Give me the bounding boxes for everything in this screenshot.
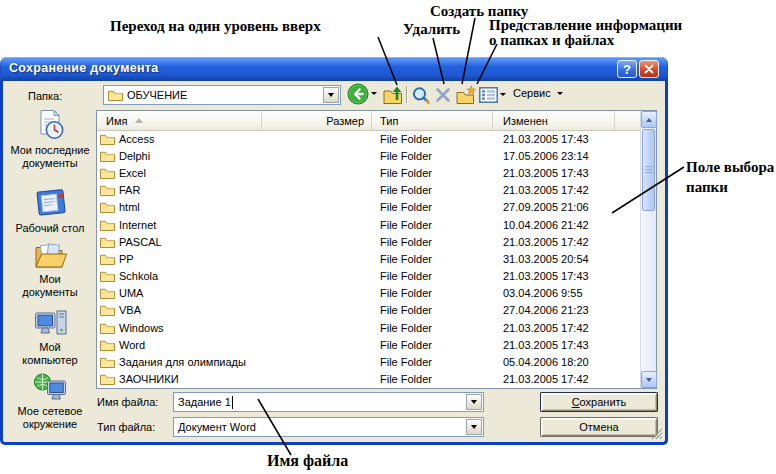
back-dropdown-button[interactable] [371, 92, 377, 95]
filetype-dropdown-button[interactable] [466, 419, 482, 435]
file-list-row[interactable]: VBA File Folder 27.04.2006 21:23 [97, 302, 640, 319]
annotation-delete: Удалить [403, 22, 460, 37]
help-button[interactable]: ? [617, 60, 637, 78]
folder-icon [100, 184, 115, 196]
file-name: Internet [119, 219, 156, 231]
folder-icon [100, 253, 115, 265]
search-button[interactable] [410, 85, 432, 105]
column-header-type[interactable]: Тип [372, 111, 493, 130]
file-name: ЗАОЧНИКИ [119, 373, 179, 385]
views-dropdown-button[interactable] [500, 93, 506, 96]
thumb-grip [645, 166, 653, 175]
file-type: File Folder [372, 322, 493, 334]
folder-icon [100, 339, 115, 351]
filename-dropdown-button[interactable] [466, 394, 482, 410]
close-button[interactable] [639, 60, 659, 78]
text-caret [232, 396, 233, 409]
cancel-button-label: Отмена [579, 421, 618, 433]
file-list-row[interactable]: Задания для олимпиады File Folder 05.04.… [97, 353, 640, 370]
toolbar-separator [406, 86, 407, 103]
file-name: UMA [119, 287, 143, 299]
folder-icon [100, 322, 115, 334]
column-header-modified[interactable]: Изменен [493, 111, 615, 130]
file-list-row[interactable]: Delphi File Folder 17.05.2006 23:14 [97, 147, 640, 164]
file-list-row[interactable]: PP File Folder 31.03.2005 20:54 [97, 250, 640, 267]
file-list-row[interactable]: html File Folder 27.09.2005 21:06 [97, 199, 640, 216]
arrow-up-icon [646, 118, 652, 122]
file-type: File Folder [372, 201, 493, 213]
file-modified: 17.05.2006 23:14 [493, 150, 615, 162]
file-name: html [119, 201, 140, 213]
file-list-row[interactable]: UMA File Folder 03.04.2006 9:55 [97, 285, 640, 302]
filename-input[interactable]: Задание 1 [173, 392, 484, 412]
file-list-row[interactable]: Internet File Folder 10.04.2006 21:42 [97, 216, 640, 233]
file-type: File Folder [372, 270, 493, 282]
filename-value: Задание 1 [178, 396, 231, 408]
sidebar-item-network[interactable]: Мое сетевое окружение [8, 369, 92, 432]
sidebar-item-my-computer[interactable]: Мой компьютер [8, 305, 92, 368]
delete-icon [434, 86, 452, 104]
sidebar-item-my-documents[interactable]: Мои документы [8, 237, 92, 300]
file-modified: 21.03.2005 17:43 [493, 270, 615, 282]
save-button[interactable]: Сохранить [540, 392, 658, 412]
folder-icon [100, 133, 115, 145]
up-one-level-button[interactable] [382, 85, 404, 105]
scroll-up-button[interactable] [641, 111, 657, 128]
file-type: File Folder [372, 339, 493, 351]
filetype-select[interactable]: Документ Word [173, 417, 484, 437]
file-name-cell: Delphi [97, 150, 262, 162]
file-list-row[interactable]: Excel File Folder 21.03.2005 17:43 [97, 164, 640, 181]
dialog-titlebar[interactable]: Сохранение документа ? [0, 57, 668, 81]
back-button[interactable] [347, 83, 369, 105]
folder-combo[interactable]: ОБУЧЕНИЕ [103, 85, 341, 105]
folder-icon [100, 150, 115, 162]
file-type: File Folder [372, 133, 493, 145]
file-list-row[interactable]: FAR File Folder 21.03.2005 17:42 [97, 182, 640, 199]
file-name: Задания для олимпиады [119, 356, 246, 368]
file-list-row[interactable]: ЗАОЧНИКИ File Folder 21.03.2005 17:42 [97, 371, 640, 388]
scrollbar-thumb[interactable] [642, 129, 655, 211]
sort-ascending-icon [135, 118, 143, 123]
file-name: PP [119, 253, 134, 265]
file-type: File Folder [372, 253, 493, 265]
new-folder-button[interactable] [455, 85, 477, 105]
column-header-name[interactable]: Имя [97, 111, 262, 130]
column-header-empty [615, 111, 640, 130]
views-button[interactable] [478, 86, 498, 103]
tools-menu-button[interactable]: Сервис [513, 87, 563, 99]
scroll-down-button[interactable] [641, 371, 657, 388]
folder-icon [108, 89, 123, 101]
annotation-folder-field-line1: Поле выбора [686, 157, 774, 177]
file-modified: 21.03.2005 17:43 [493, 133, 615, 145]
file-name-cell: html [97, 201, 262, 213]
up-one-level-icon [383, 85, 404, 105]
column-header-size[interactable]: Размер [262, 111, 372, 130]
file-list-row[interactable]: Windows File Folder 21.03.2005 17:42 [97, 319, 640, 336]
sidebar-item-desktop[interactable]: Рабочий стол [8, 185, 92, 236]
cancel-button[interactable]: Отмена [540, 417, 658, 437]
resize-grip[interactable] [650, 427, 663, 440]
file-list-row[interactable]: Schkola File Folder 21.03.2005 17:43 [97, 268, 640, 285]
annotation-filename: Имя файла [267, 453, 348, 468]
folder-icon [100, 356, 115, 368]
delete-button[interactable] [433, 86, 453, 104]
annotation-views-info: Представление информации о папках и файл… [489, 18, 682, 48]
file-modified: 31.03.2005 20:54 [493, 253, 615, 265]
file-type: File Folder [372, 304, 493, 316]
file-list-row[interactable]: PASCAL File Folder 21.03.2005 17:42 [97, 233, 640, 250]
file-list-row[interactable]: Word File Folder 21.03.2005 17:43 [97, 336, 640, 353]
annotation-views-info-line2: о папках и файлах [489, 33, 682, 48]
file-name-cell: Word [97, 339, 262, 351]
file-list-row[interactable]: Access File Folder 21.03.2005 17:43 [97, 130, 640, 147]
chevron-down-icon [471, 425, 477, 429]
sidebar-item-label: Мой компьютер [15, 341, 85, 367]
vertical-scrollbar[interactable] [640, 111, 656, 388]
filetype-label: Тип файла: [97, 421, 155, 434]
file-modified: 21.03.2005 17:43 [493, 339, 615, 351]
file-type: File Folder [372, 150, 493, 162]
file-name: VBA [119, 304, 141, 316]
file-type: File Folder [372, 356, 493, 368]
save-button-label: Сохранить [572, 396, 627, 408]
folder-combo-dropdown-button[interactable] [323, 87, 339, 103]
sidebar-item-recent-documents[interactable]: Мои последние документы [8, 108, 92, 171]
